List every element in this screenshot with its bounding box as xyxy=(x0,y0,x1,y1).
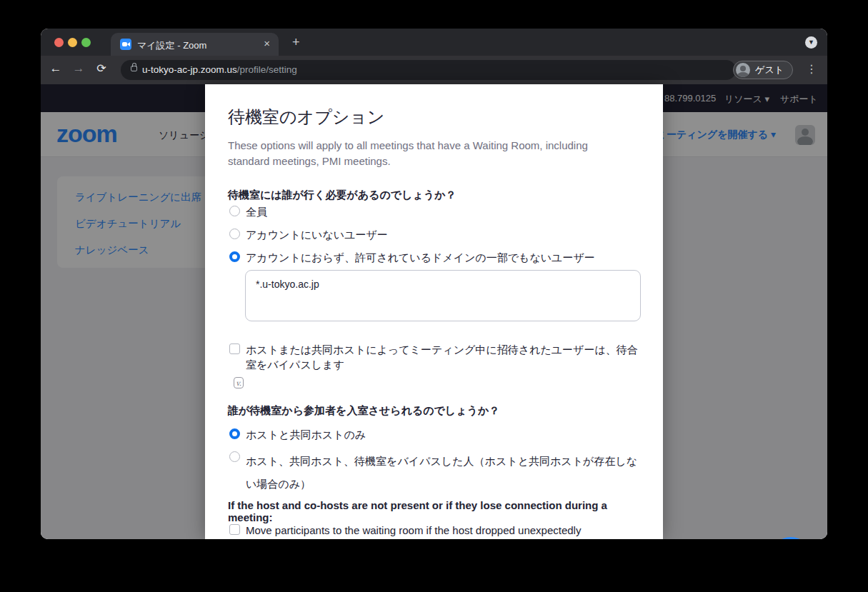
radio-users-not-in-allowed-domains-label[interactable]: アカウントにおらず、許可されているドメインの一部でもないユーザー xyxy=(246,250,595,265)
back-icon[interactable]: ← xyxy=(47,61,64,76)
lock-icon xyxy=(131,66,137,71)
radio-everyone-label[interactable]: 全員 xyxy=(246,204,267,219)
browser-tab[interactable]: マイ設定 - Zoom × xyxy=(111,33,279,56)
allowed-domains-input[interactable]: *.u-tokyo.ac.jp xyxy=(245,270,641,321)
browser-toolbar: ← → ⟳ u-tokyo-ac-jp.zoom.us/profile/sett… xyxy=(41,56,827,84)
radio-host-cohosts-bypassers-label[interactable]: ホスト、共同ホスト、待機室をバイパスした人（ホストと共同ホストが存在しない場合の… xyxy=(246,450,644,496)
bypass-waiting-room-checkbox[interactable] xyxy=(229,343,240,354)
question-who-can-admit: 誰が待機室から参加者を入室させられるのでしょうか？ xyxy=(228,404,635,418)
radio-host-cohosts-only[interactable] xyxy=(229,428,240,439)
radio-host-cohosts-only-label[interactable]: ホストと共同ホストのみ xyxy=(246,427,366,442)
reload-icon[interactable]: ⟳ xyxy=(93,61,110,75)
profile-chip[interactable]: ゲスト xyxy=(733,61,793,79)
radio-users-not-in-account[interactable] xyxy=(229,229,240,239)
tab-search-icon[interactable]: ▼ xyxy=(805,36,817,49)
move-to-waiting-room-checkbox[interactable] xyxy=(229,524,240,535)
maximize-window-button[interactable] xyxy=(81,38,91,47)
page-content: 88.799.0125 リソース ▾ サポート zoom ソリューショ ミーティ… xyxy=(41,84,827,539)
url-text[interactable]: u-tokyo-ac-jp.zoom.us/profile/setting xyxy=(142,64,297,75)
new-tab-button[interactable]: + xyxy=(292,35,300,49)
waiting-room-options-dialog: 待機室のオプション These options will apply to al… xyxy=(205,84,663,539)
radio-users-not-in-account-label[interactable]: アカウントにいないユーザー xyxy=(246,227,388,242)
guest-avatar-icon xyxy=(736,63,750,77)
radio-host-cohosts-bypassers[interactable] xyxy=(229,451,240,462)
close-tab-icon[interactable]: × xyxy=(264,37,270,49)
radio-users-not-in-allowed-domains[interactable] xyxy=(229,251,240,262)
dialog-description: These options will apply to all meetings… xyxy=(228,138,614,169)
forward-icon[interactable]: → xyxy=(70,61,87,76)
question-who-goes-to-waiting-room: 待機室には誰が行く必要があるのでしょうか？ xyxy=(228,189,635,202)
browser-window: マイ設定 - Zoom × + ▼ ← → ⟳ u-tokyo-ac-jp.zo… xyxy=(41,29,827,539)
host-absent-heading: If the host and co-hosts are not present… xyxy=(228,499,635,523)
move-to-waiting-room-label[interactable]: Move participants to the waiting room if… xyxy=(246,523,646,538)
address-bar[interactable]: u-tokyo-ac-jp.zoom.us/profile/setting xyxy=(121,60,736,80)
tab-strip: マイ設定 - Zoom × + ▼ xyxy=(41,29,827,56)
radio-everyone[interactable] xyxy=(229,206,240,216)
minimize-window-button[interactable] xyxy=(68,38,77,47)
zoom-favicon-icon xyxy=(120,39,131,50)
bypass-waiting-room-label[interactable]: ホストまたは共同ホストによってミーティング中に招待されたユーザーは、待合室をバイ… xyxy=(246,342,640,372)
dialog-title: 待機室のオプション xyxy=(228,106,384,129)
browser-menu-icon[interactable]: ⋮ xyxy=(806,62,817,76)
tab-title: マイ設定 - Zoom xyxy=(137,39,206,52)
close-window-button[interactable] xyxy=(54,38,64,47)
guest-label: ゲスト xyxy=(755,64,784,76)
broken-image-icon: v. xyxy=(234,377,244,388)
